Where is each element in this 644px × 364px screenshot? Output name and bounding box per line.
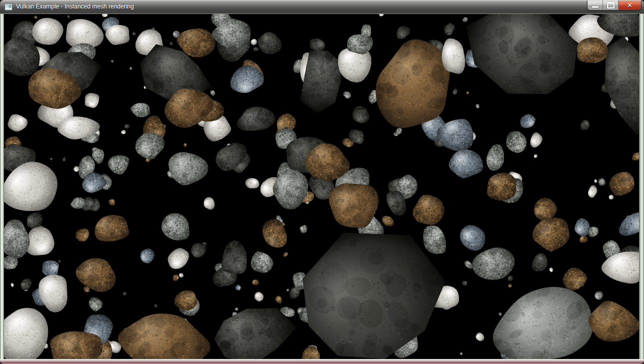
window-border-left xyxy=(0,14,4,359)
minimize-icon xyxy=(592,6,598,8)
close-icon: ✕ xyxy=(627,0,632,10)
caption-button-group: ✕ xyxy=(587,0,642,10)
window-titlebar[interactable]: Vulkan Example - Instanced mesh renderin… xyxy=(0,0,644,14)
application-window: Vulkan Example - Instanced mesh renderin… xyxy=(0,0,644,364)
close-button[interactable]: ✕ xyxy=(618,0,641,10)
minimize-button[interactable] xyxy=(588,0,602,10)
window-border-bottom xyxy=(0,359,644,364)
app-window-icon[interactable] xyxy=(4,3,12,11)
maximize-button[interactable] xyxy=(602,0,618,10)
maximize-icon xyxy=(607,2,614,8)
window-title: Vulkan Example - Instanced mesh renderin… xyxy=(16,0,134,14)
render-viewport[interactable] xyxy=(4,14,639,359)
window-border-right xyxy=(639,14,644,359)
